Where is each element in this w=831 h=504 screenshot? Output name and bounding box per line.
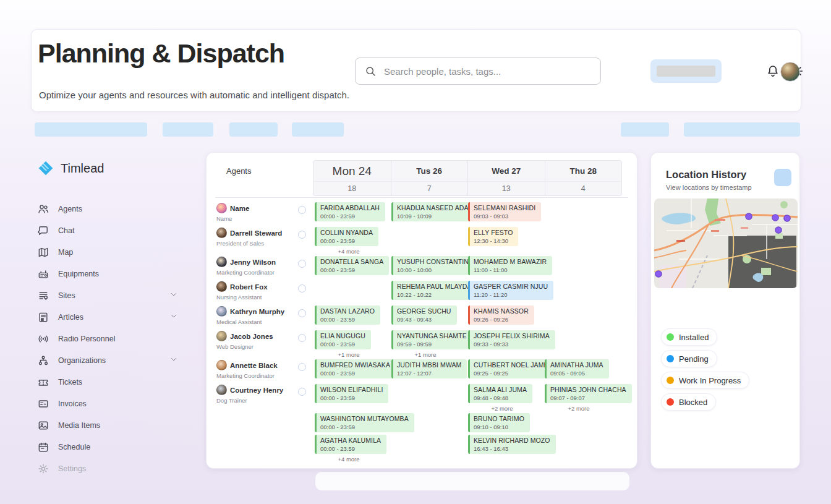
agent-select-radio[interactable] xyxy=(298,260,306,268)
location-action-button[interactable] xyxy=(774,169,791,186)
chevron-down-icon[interactable] xyxy=(169,355,178,366)
agent-select-radio[interactable] xyxy=(298,231,306,239)
sidebar-item-media-items[interactable]: Media Items xyxy=(37,418,178,433)
agent-select-radio[interactable] xyxy=(298,334,306,342)
task-title: KHAMIS NASSOR xyxy=(474,307,529,315)
more-tasks-link[interactable]: +4 more xyxy=(315,456,383,463)
legend-work-in-progress[interactable]: Work In Progress xyxy=(661,372,749,389)
day-column-wed[interactable]: Wed 27 xyxy=(467,161,545,181)
agent-cell[interactable]: Robert Fox Nursing Assistant xyxy=(216,280,296,304)
agent-cell[interactable]: Name Name xyxy=(216,201,296,226)
sidebar-item-sites[interactable]: Sites xyxy=(37,288,178,303)
task-card[interactable]: PHINIAS JOHN CHACHA09:07 - 09:07 xyxy=(545,384,632,403)
day-column-mon[interactable]: Mon 24 xyxy=(313,161,391,181)
task-title: BRUNO TARIMO xyxy=(474,415,524,422)
sidebar-item-label: Equipments xyxy=(58,270,99,278)
bell-icon xyxy=(765,64,780,79)
sidebar-item-label: Organizations xyxy=(58,356,106,365)
sidebar-item-equipments[interactable]: Equipments xyxy=(37,267,178,281)
sidebar-item-label: Agents xyxy=(58,205,82,213)
sidebar-item-organizations[interactable]: Organizations xyxy=(37,353,178,368)
agent-select-radio[interactable] xyxy=(298,206,306,214)
task-card[interactable]: DONATELLA SANGA00:00 - 23:59 xyxy=(315,256,389,275)
task-card[interactable]: WILSON ELIFADHILI00:00 - 23:59 xyxy=(315,384,388,403)
task-title: WILSON ELIFADHILI xyxy=(320,386,383,393)
location-map[interactable] xyxy=(654,199,798,288)
task-card[interactable]: YUSUPH CONSTANTIN10:00 - 10:00 xyxy=(391,256,474,275)
task-card[interactable]: AMINATHA JUMA09:05 - 09:05 xyxy=(545,359,609,378)
sidebar-item-invoices[interactable]: Invoices xyxy=(37,396,178,411)
articles-icon xyxy=(37,311,49,323)
sidebar-item-settings[interactable]: Settings xyxy=(37,461,178,476)
agent-select-radio[interactable] xyxy=(298,309,306,317)
day-column-thu[interactable]: Thu 28 xyxy=(545,161,622,181)
sidebar-item-articles[interactable]: Articles xyxy=(37,310,178,325)
agent-select-radio[interactable] xyxy=(298,284,306,293)
sidebar-item-radio-personnel[interactable]: Radio Personnel xyxy=(37,331,178,346)
task-card[interactable]: MOHAMED M BAWAZIR11:00 - 11:00 xyxy=(468,256,552,275)
floating-scrollbar[interactable] xyxy=(315,472,629,490)
more-tasks-link[interactable]: +2 more xyxy=(468,405,536,412)
task-time: 10:09 - 10:09 xyxy=(397,213,474,220)
legend-pending[interactable]: Pending xyxy=(661,350,717,367)
task-card[interactable]: BUMFRED MWIASAKA00:00 - 23:59 xyxy=(315,359,396,378)
schedule-row: Jacob Jones Web Designer ELIA NUGUGU00:0… xyxy=(216,329,628,358)
sidebar-item-agents[interactable]: Agents xyxy=(37,202,178,216)
agent-cell[interactable]: Kathryn Murphy Medical Assistant xyxy=(216,304,296,329)
search-box[interactable] xyxy=(355,58,601,85)
task-card[interactable]: COLLIN NYANDA00:00 - 23:59 xyxy=(315,227,378,246)
agent-select-radio[interactable] xyxy=(298,388,306,396)
chevron-down-icon[interactable] xyxy=(169,290,178,301)
task-time: 00:00 - 23:59 xyxy=(320,445,381,452)
user-avatar[interactable] xyxy=(780,62,800,82)
more-tasks-link[interactable]: +2 more xyxy=(545,405,613,412)
agent-cell[interactable]: Jenny Wilson Marketing Coordinator xyxy=(216,255,296,280)
brand-logo[interactable]: Timlead xyxy=(37,160,178,177)
task-card[interactable]: SELEMANI RASHIDI09:03 - 09:03 xyxy=(468,202,541,221)
more-tasks-link[interactable]: +1 more xyxy=(315,351,383,358)
app-screen: Planning & Dispatch Optimize your agents… xyxy=(0,0,831,504)
task-card[interactable]: DASTAN LAZARO00:00 - 23:59 xyxy=(315,305,380,325)
filter-skeleton-chip xyxy=(292,122,344,137)
agent-role: Medical Assistant xyxy=(216,318,296,325)
task-card[interactable]: GASPER CASMIR NJUU11:20 - 11:20 xyxy=(468,281,553,300)
sidebar-item-map[interactable]: Map xyxy=(37,245,178,260)
sidebar-item-schedule[interactable]: Schedule xyxy=(37,440,178,455)
task-card[interactable]: KHAMIS NASSOR09:26 - 09:26 xyxy=(468,305,534,325)
task-card[interactable]: ELIA NUGUGU00:00 - 23:59 xyxy=(315,330,371,349)
task-card[interactable]: AGATHA KALUMILA00:00 - 23:59 xyxy=(315,435,386,454)
notifications-button[interactable] xyxy=(765,64,780,79)
sidebar-item-label: Media Items xyxy=(58,421,100,430)
agent-cell[interactable]: Annette Black Marketing Coordinator xyxy=(216,358,296,383)
avatar xyxy=(216,257,227,267)
task-time: 00:00 - 23:59 xyxy=(320,267,383,273)
agents-column-header: Agents xyxy=(226,166,251,176)
agent-cell[interactable]: Courtney Henry Dog Trainer xyxy=(216,383,296,412)
schedule-row: Kathryn Murphy Medical Assistant DASTAN … xyxy=(216,304,628,329)
more-tasks-link[interactable]: +4 more xyxy=(315,248,383,255)
sidebar-item-tickets[interactable]: Tickets xyxy=(37,375,178,390)
sidebar-item-chat[interactable]: Chat xyxy=(37,223,178,238)
task-card[interactable]: ELLY FESTO12:30 - 14:30 xyxy=(468,227,518,246)
search-input[interactable] xyxy=(383,66,592,77)
task-title: JUDITH MBBI MWAM xyxy=(397,361,461,369)
legend-blocked[interactable]: Blocked xyxy=(661,393,716,411)
agent-cell[interactable]: Jacob Jones Web Designer xyxy=(216,329,296,358)
task-card[interactable]: JUDITH MBBI MWAM12:07 - 12:07 xyxy=(391,359,467,378)
task-card[interactable]: SALMA ALI JUMA09:48 - 09:48 xyxy=(468,384,532,403)
task-card[interactable]: GEORGE SUCHU09:43 - 09:43 xyxy=(391,305,457,325)
task-card[interactable]: BRUNO TARIMO09:10 - 09:10 xyxy=(468,413,530,432)
avatar xyxy=(216,203,227,213)
chevron-down-icon[interactable] xyxy=(169,312,178,323)
more-tasks-link[interactable]: +1 more xyxy=(391,351,459,358)
day-column-tus[interactable]: Tus 26 xyxy=(391,161,468,181)
legend-installed[interactable]: Installed xyxy=(661,328,717,346)
sidebar-item-label: Chat xyxy=(58,226,74,235)
work-in-progress-dot xyxy=(667,377,674,384)
task-card[interactable]: NYANTUNGA SHAMTE09:59 - 09:59 xyxy=(391,330,472,349)
task-card[interactable]: REHEMA PAUL MLAYDA10:22 - 10:22 xyxy=(391,281,477,300)
agent-cell[interactable]: Darrell Steward President of Sales xyxy=(216,226,296,255)
task-card[interactable]: FARIDA ABDALLAH00:00 - 23:59 xyxy=(315,202,385,221)
task-title: JOSEPH FELIX SHIRIMA xyxy=(474,332,550,340)
agent-select-radio[interactable] xyxy=(298,363,306,371)
